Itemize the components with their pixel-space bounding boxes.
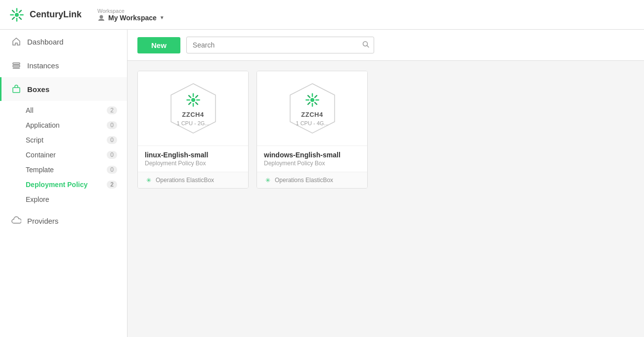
sidebar-item-boxes-label: Boxes — [27, 85, 49, 94]
svg-line-51 — [315, 96, 317, 97]
card-footer-text: Operations ElasticBox — [156, 177, 214, 184]
svg-line-59 — [266, 179, 267, 179]
hex-centurylink-icon — [184, 91, 202, 109]
workspace-selector[interactable]: Workspace My Workspace ▼ — [97, 8, 165, 22]
box-card[interactable]: ZZCH4 1 CPU - 2G... linux-English-small … — [137, 71, 249, 189]
card-visual: ZZCH4 1 CPU - 4G... — [257, 71, 367, 145]
svg-point-18 — [100, 15, 103, 18]
subnav-template-label: Template — [26, 166, 54, 174]
hexagon-container: ZZCH4 1 CPU - 4G... — [285, 81, 340, 136]
search-icon — [362, 41, 369, 49]
sidebar-item-instances[interactable]: Instances — [0, 53, 127, 77]
card-info: windows-English-small Deployment Policy … — [257, 145, 367, 172]
svg-point-35 — [148, 179, 149, 181]
card-name: linux-English-small — [145, 151, 241, 159]
home-icon — [11, 37, 21, 47]
svg-rect-22 — [13, 88, 20, 93]
workspace-name-row[interactable]: My Workspace ▼ — [97, 14, 165, 22]
svg-point-45 — [310, 97, 314, 101]
sidebar-item-providers[interactable]: Providers — [0, 209, 127, 233]
subnav-template[interactable]: Template 0 — [0, 162, 127, 177]
logo[interactable]: CenturyLink — [8, 6, 82, 24]
subnav-deployment-policy[interactable]: Deployment Policy 2 — [0, 177, 127, 192]
subnav-all[interactable]: All 2 — [0, 103, 127, 118]
svg-line-61 — [266, 181, 267, 182]
subnav-container-count: 0 — [107, 151, 117, 159]
subnav-application[interactable]: Application 0 — [0, 118, 127, 133]
subnav-explore-label: Explore — [26, 195, 49, 203]
boxes-sub-nav: All 2 Application 0 Script 0 Container 0… — [0, 101, 127, 209]
subnav-script-count: 0 — [107, 136, 117, 144]
card-footer-icon — [264, 176, 272, 184]
svg-rect-21 — [13, 68, 20, 69]
svg-rect-19 — [13, 63, 20, 64]
svg-line-40 — [147, 179, 148, 179]
app-body: Dashboard Instances Boxes — [0, 30, 644, 337]
new-button[interactable]: New — [137, 37, 180, 53]
svg-line-34 — [196, 102, 198, 104]
subnav-container-label: Container — [26, 151, 56, 159]
sidebar-item-dashboard[interactable]: Dashboard — [0, 30, 127, 53]
svg-line-50 — [308, 96, 310, 97]
svg-line-14 — [12, 10, 14, 12]
workspace-chevron-icon: ▼ — [160, 15, 165, 20]
brand-name: CenturyLink — [30, 9, 82, 20]
card-hex-subtitle: 1 CPU - 2G... — [176, 120, 209, 126]
workspace-label: Workspace — [97, 8, 165, 14]
hexagon: ZZCH4 1 CPU - 2G... — [166, 81, 220, 136]
subnav-container[interactable]: Container 0 — [0, 147, 127, 162]
hexagon: ZZCH4 1 CPU - 4G... — [285, 81, 340, 136]
workspace-name-text: My Workspace — [108, 14, 157, 22]
svg-line-62 — [269, 181, 269, 182]
card-hex-subtitle: 1 CPU - 4G... — [296, 120, 328, 126]
svg-line-33 — [189, 102, 191, 104]
subnav-all-count: 2 — [107, 106, 117, 114]
search-wrapper — [186, 37, 374, 53]
layers-icon — [11, 60, 21, 70]
sidebar-item-dashboard-label: Dashboard — [27, 38, 63, 46]
main-content: New — [128, 30, 644, 337]
svg-line-60 — [269, 179, 269, 179]
svg-point-54 — [267, 179, 268, 181]
hex-centurylink-icon — [303, 91, 321, 109]
card-hex-title: ZZCH4 — [182, 111, 204, 118]
app-header: CenturyLink Workspace My Workspace ▼ — [0, 0, 644, 30]
toolbar: New — [128, 30, 644, 61]
svg-line-16 — [12, 17, 14, 19]
card-name: windows-English-small — [264, 151, 360, 159]
svg-line-24 — [367, 46, 369, 48]
card-footer-icon — [145, 176, 153, 184]
svg-line-42 — [147, 181, 148, 182]
svg-point-9 — [15, 12, 19, 16]
subnav-template-count: 0 — [107, 166, 117, 174]
workspace-person-icon — [97, 14, 105, 22]
svg-line-17 — [19, 17, 21, 19]
search-input[interactable] — [186, 37, 374, 53]
svg-line-15 — [19, 10, 21, 12]
subnav-deployment-policy-count: 2 — [107, 181, 117, 189]
subnav-explore[interactable]: Explore — [0, 192, 127, 207]
subnav-application-count: 0 — [107, 121, 117, 129]
sidebar-item-providers-label: Providers — [27, 217, 58, 225]
card-type: Deployment Policy Box — [145, 160, 241, 167]
cloud-icon — [11, 216, 21, 226]
subnav-script[interactable]: Script 0 — [0, 133, 127, 147]
card-type: Deployment Policy Box — [264, 160, 360, 167]
svg-line-43 — [150, 181, 150, 182]
box-icon — [11, 84, 21, 94]
card-hex-title: ZZCH4 — [301, 111, 323, 118]
subnav-deployment-policy-label: Deployment Policy — [26, 181, 87, 189]
svg-line-32 — [196, 96, 198, 97]
hexagon-container: ZZCH4 1 CPU - 2G... — [166, 81, 220, 136]
svg-line-31 — [189, 96, 191, 97]
sidebar-item-instances-label: Instances — [27, 61, 59, 70]
card-footer: Operations ElasticBox — [138, 172, 248, 188]
svg-line-41 — [150, 179, 150, 179]
box-card[interactable]: ZZCH4 1 CPU - 4G... windows-English-smal… — [257, 71, 368, 189]
cards-grid: ZZCH4 1 CPU - 2G... linux-English-small … — [128, 61, 644, 337]
subnav-all-label: All — [26, 106, 34, 114]
subnav-application-label: Application — [26, 121, 60, 129]
card-visual: ZZCH4 1 CPU - 2G... — [138, 71, 248, 145]
card-footer-text: Operations ElasticBox — [275, 177, 333, 184]
sidebar-item-boxes[interactable]: Boxes — [0, 77, 127, 101]
